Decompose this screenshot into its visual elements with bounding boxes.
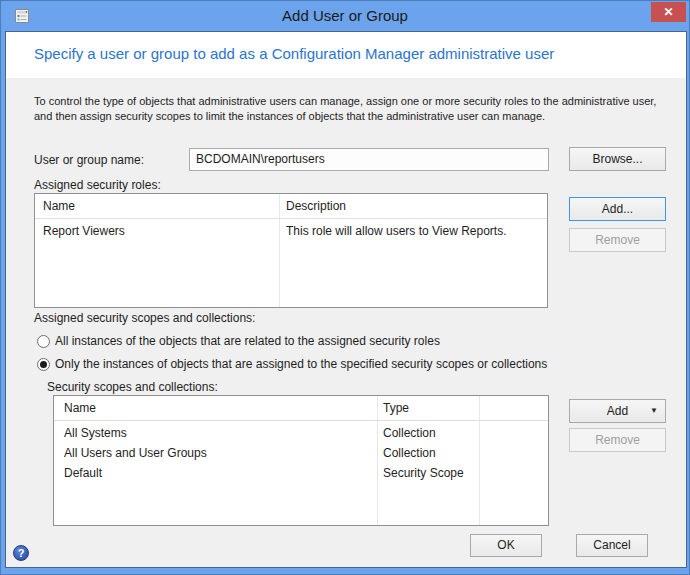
roles-column-name[interactable]: Name <box>43 194 75 218</box>
scope-name-cell: All Users and User Groups <box>64 443 207 463</box>
scopes-list-header[interactable]: Name Type <box>54 396 548 421</box>
ok-button[interactable]: OK <box>470 534 542 557</box>
scope-type-cell: Collection <box>383 423 436 443</box>
radio-only-instances-label[interactable]: Only the instances of objects that are a… <box>55 357 547 371</box>
table-row[interactable]: Default Security Scope <box>54 463 548 483</box>
table-row[interactable]: Report Viewers This role will allow user… <box>35 221 547 241</box>
intro-text: To control the type of objects that admi… <box>34 94 664 124</box>
dialog-window: Add User or Group ✕ Specify a user or gr… <box>0 0 690 575</box>
add-scope-label: Add <box>607 404 628 418</box>
radio-all-instances-label[interactable]: All instances of the objects that are re… <box>55 334 440 348</box>
scopes-list-label: Security scopes and collections: <box>47 380 218 394</box>
window-title: Add User or Group <box>1 1 689 31</box>
cancel-button[interactable]: Cancel <box>576 534 648 557</box>
add-scope-dropdown-button[interactable]: Add ▼ <box>569 399 666 423</box>
browse-button[interactable]: Browse... <box>569 147 666 171</box>
scope-type-cell: Collection <box>383 443 436 463</box>
assigned-scopes-label: Assigned security scopes and collections… <box>34 311 255 325</box>
table-row[interactable]: All Users and User Groups Collection <box>54 443 548 463</box>
help-icon[interactable]: ? <box>13 545 29 561</box>
scopes-column-name[interactable]: Name <box>64 396 96 420</box>
scopes-list[interactable]: Name Type All Systems Collection All Use… <box>53 395 549 526</box>
scopes-column-type[interactable]: Type <box>383 396 409 420</box>
roles-list-header[interactable]: Name Description <box>35 194 547 219</box>
dialog-content: Specify a user or group to add as a Conf… <box>5 31 687 568</box>
assigned-roles-label: Assigned security roles: <box>34 178 161 192</box>
role-name-cell: Report Viewers <box>43 221 125 241</box>
assigned-roles-list[interactable]: Name Description Report Viewers This rol… <box>34 193 548 308</box>
scope-name-cell: Default <box>64 463 102 483</box>
title-bar[interactable]: Add User or Group ✕ <box>1 1 689 31</box>
scope-type-cell: Security Scope <box>383 463 464 483</box>
close-icon[interactable]: ✕ <box>651 2 686 22</box>
scope-name-cell: All Systems <box>64 423 127 443</box>
radio-all-instances[interactable] <box>37 335 50 348</box>
remove-scope-button: Remove <box>569 428 666 452</box>
add-role-button[interactable]: Add... <box>569 197 666 221</box>
page-title: Specify a user or group to add as a Conf… <box>34 45 676 62</box>
header-band: Specify a user or group to add as a Conf… <box>6 32 686 78</box>
user-group-name-label: User or group name: <box>34 153 144 167</box>
chevron-down-icon: ▼ <box>650 400 658 422</box>
roles-column-description[interactable]: Description <box>286 194 346 218</box>
radio-only-instances[interactable] <box>37 358 50 371</box>
role-description-cell: This role will allow users to View Repor… <box>286 221 507 241</box>
table-row[interactable]: All Systems Collection <box>54 423 548 443</box>
user-group-name-input[interactable]: BCDOMAIN\reportusers <box>189 148 549 171</box>
remove-role-button: Remove <box>569 228 666 252</box>
